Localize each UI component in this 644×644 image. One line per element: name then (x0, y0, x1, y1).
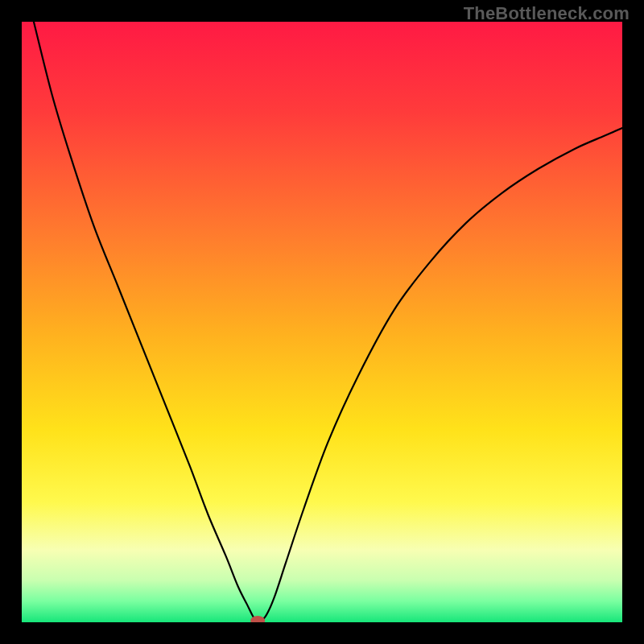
chart-svg (22, 22, 622, 622)
watermark-text: TheBottleneck.com (464, 3, 630, 24)
chart-frame: TheBottleneck.com (0, 0, 644, 644)
plot-area (22, 22, 622, 622)
gradient-background (22, 22, 622, 622)
